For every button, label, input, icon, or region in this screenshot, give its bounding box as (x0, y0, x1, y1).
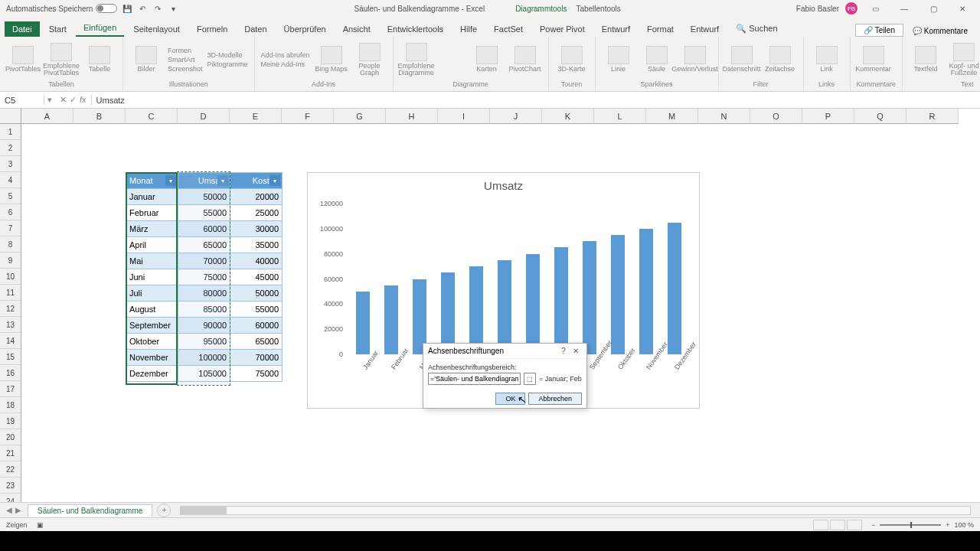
autosave-toggle[interactable]: Automatisches Speichern (6, 4, 117, 13)
column-header[interactable]: E (230, 109, 282, 124)
column-header[interactable]: I (438, 109, 490, 124)
page-break-view-icon[interactable] (847, 520, 862, 530)
sheet-tab-active[interactable]: Säulen- und Balkendiagramme (28, 504, 152, 517)
chart-bar[interactable] (526, 254, 540, 354)
icons-button[interactable]: Piktogramme (207, 60, 248, 68)
formula-input[interactable]: Umsatz (92, 96, 980, 105)
tab-start[interactable]: Start (41, 21, 74, 37)
autosave-switch-icon[interactable] (96, 4, 117, 13)
comment-button[interactable]: Kommentar (857, 46, 890, 73)
enter-formula-icon[interactable]: ✓ (70, 95, 77, 105)
tab-help[interactable]: Hilfe (452, 21, 485, 37)
row-header[interactable]: 20 (0, 429, 21, 445)
3d-models-button[interactable]: 3D-Modelle (207, 51, 248, 59)
user-avatar-icon[interactable]: FB (845, 2, 858, 15)
column-header[interactable]: J (490, 109, 542, 124)
filter-dropdown-icon[interactable]: ▾ (217, 175, 228, 186)
row-header[interactable]: 5 (0, 188, 21, 204)
user-name[interactable]: Fabio Basler (796, 5, 839, 13)
3d-map-button[interactable]: 3D-Karte (555, 46, 589, 73)
worksheet-grid[interactable]: ABCDEFGHIJKLMNOPQR 123456789101112131415… (0, 109, 980, 502)
zoom-out-icon[interactable]: − (871, 521, 875, 529)
chart-bar[interactable] (554, 247, 568, 354)
minimize-icon[interactable]: — (893, 5, 916, 13)
chart-bar[interactable] (469, 266, 483, 354)
pivot-tables-button[interactable]: PivotTables (6, 46, 40, 73)
cancel-button[interactable]: Abbrechen (528, 393, 582, 405)
column-header[interactable]: M (646, 109, 698, 124)
table-row[interactable]: Dezember10500075000 (126, 366, 283, 382)
column-header[interactable]: K (542, 109, 594, 124)
table-row[interactable]: November10000070000 (126, 350, 283, 366)
tab-factset[interactable]: FactSet (486, 21, 531, 37)
shapes-button[interactable]: Formen (168, 47, 203, 54)
people-graph-button[interactable]: People Graph (353, 43, 387, 77)
column-header[interactable]: P (802, 109, 854, 124)
row-header[interactable]: 4 (0, 172, 21, 188)
chart-bar[interactable] (356, 292, 370, 354)
tab-formulas[interactable]: Formeln (189, 21, 235, 37)
recommended-charts-button[interactable]: Empfohlene Diagramme (400, 43, 433, 77)
column-header[interactable]: L (594, 109, 646, 124)
chart-bar[interactable] (384, 285, 398, 354)
my-addins-button[interactable]: Meine Add-Ins (261, 60, 310, 68)
table-row[interactable]: Mai7000040000 (126, 253, 283, 269)
row-header[interactable]: 2 (0, 140, 21, 156)
namebox-dropdown-icon[interactable]: ▾ (44, 95, 55, 105)
tab-developer[interactable]: Entwicklertools (380, 21, 451, 37)
table-row[interactable]: Juli8000050000 (126, 285, 283, 302)
name-box[interactable]: C5 (0, 96, 44, 105)
row-header[interactable]: 12 (0, 301, 21, 317)
sparkline-line-button[interactable]: Linie (602, 46, 635, 73)
tab-table-design[interactable]: Entwurf (683, 21, 727, 37)
range-picker-icon[interactable]: ⬚ (524, 373, 536, 385)
sheet-nav-next-icon[interactable]: ▶ (15, 506, 21, 514)
zoom-slider[interactable] (880, 524, 941, 526)
row-header[interactable]: 22 (0, 461, 21, 478)
tab-search[interactable]: 🔍 Suchen (728, 21, 785, 37)
chart-bar[interactable] (498, 260, 511, 354)
tab-pagelayout[interactable]: Seitenlayout (126, 21, 188, 37)
row-header[interactable]: 21 (0, 445, 21, 461)
context-tab-chart[interactable]: Diagrammtools (515, 5, 567, 13)
table-row[interactable]: September9000060000 (126, 318, 283, 334)
bing-maps-button[interactable]: Bing Maps (315, 46, 348, 73)
header-footer-button[interactable]: Kopf- und Fußzeile (947, 43, 980, 77)
row-header[interactable]: 15 (0, 349, 21, 365)
column-header[interactable]: F (282, 109, 334, 124)
sheet-nav-prev-icon[interactable]: ◀ (6, 506, 12, 514)
dialog-close-icon[interactable]: ✕ (570, 347, 582, 355)
save-icon[interactable]: 💾 (122, 3, 132, 14)
header-monat[interactable]: Monat (129, 176, 153, 185)
row-header[interactable]: 18 (0, 397, 21, 413)
normal-view-icon[interactable] (813, 520, 828, 530)
column-header[interactable]: A (21, 109, 74, 124)
column-chart-icon[interactable] (438, 47, 466, 54)
row-header[interactable]: 17 (0, 381, 21, 397)
tab-chart-format[interactable]: Format (639, 21, 681, 37)
tab-data[interactable]: Daten (237, 21, 274, 37)
close-icon[interactable]: ✕ (951, 5, 974, 13)
tab-view[interactable]: Ansicht (335, 21, 378, 37)
table-row[interactable]: April6500035000 (126, 237, 283, 253)
row-header[interactable]: 7 (0, 220, 21, 236)
dialog-help-icon[interactable]: ? (557, 347, 570, 355)
column-header[interactable]: D (178, 109, 230, 124)
horizontal-scrollbar[interactable] (180, 506, 971, 515)
row-header[interactable]: 19 (0, 413, 21, 429)
textbox-button[interactable]: Textfeld (909, 46, 942, 73)
redo-icon[interactable]: ↷ (152, 3, 163, 14)
row-header[interactable]: 10 (0, 269, 21, 285)
ribbon-options-icon[interactable]: ▭ (864, 5, 887, 13)
page-layout-view-icon[interactable] (830, 520, 845, 530)
chart-y-axis[interactable]: 020000400006000080000100000120000 (308, 204, 346, 354)
column-header[interactable]: N (698, 109, 750, 124)
chart-bar[interactable] (639, 229, 653, 354)
row-header[interactable]: 16 (0, 365, 21, 381)
row-header[interactable]: 1 (0, 124, 21, 140)
link-button[interactable]: Link (810, 46, 844, 73)
row-header[interactable]: 13 (0, 317, 21, 333)
column-header[interactable]: B (74, 109, 126, 124)
new-sheet-button[interactable]: + (157, 504, 171, 517)
comments-button[interactable]: 💬 Kommentare (905, 25, 975, 37)
